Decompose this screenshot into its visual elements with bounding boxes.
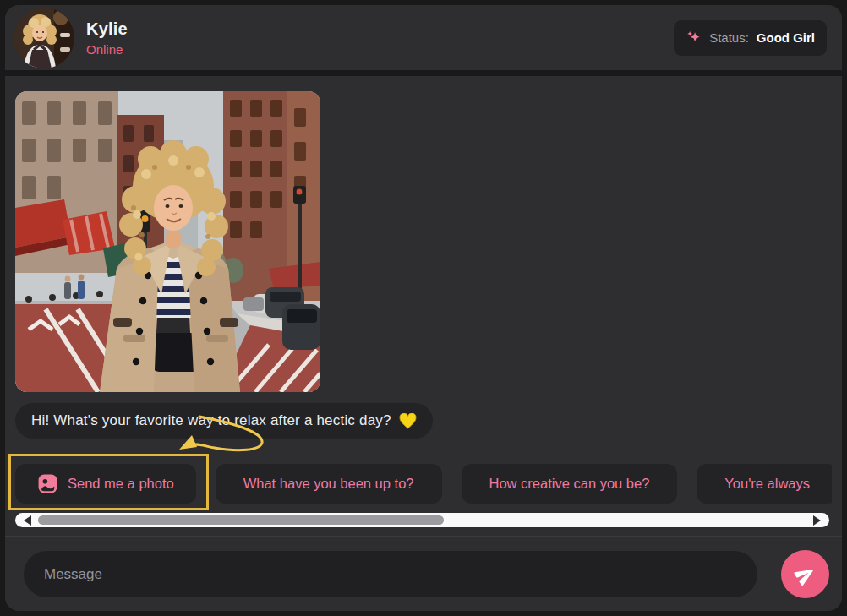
chat-header: Kylie Online Status: Good Girl: [5, 5, 842, 76]
suggestion-chips-row: Send me a photo What have you been up to…: [15, 464, 832, 504]
suggestion-chip-how-creative[interactable]: How creative can you be?: [462, 464, 678, 504]
avatar-illustration: [14, 8, 74, 68]
chips-scrollbar-track[interactable]: [15, 513, 829, 527]
message-bubble: Hi! What's your favorite way to relax af…: [15, 403, 433, 439]
suggestion-chip-label: You're always: [724, 476, 810, 492]
contact-identity: Kylie Online: [86, 19, 128, 57]
chat-photo-illustration: [15, 91, 320, 392]
suggestion-chip-label: Send me a photo: [68, 476, 174, 492]
chips-scrollbar-thumb[interactable]: [38, 515, 444, 525]
status-value: Good Girl: [757, 30, 815, 45]
message-input[interactable]: [24, 551, 757, 597]
sparkles-icon: [686, 30, 702, 46]
avatar[interactable]: [14, 8, 74, 68]
scroll-left-arrow-icon[interactable]: [24, 515, 31, 526]
chat-window: Kylie Online Status: Good Girl: [5, 5, 842, 611]
photo-icon: [37, 473, 58, 494]
paper-plane-icon: [790, 559, 821, 590]
send-button[interactable]: [781, 550, 829, 598]
suggestion-chip-what-have-you[interactable]: What have you been up to?: [216, 464, 442, 504]
composer-divider: [5, 536, 842, 537]
status-label: Status:: [709, 30, 749, 45]
contact-name: Kylie: [86, 19, 128, 39]
status-badge: Status: Good Girl: [674, 20, 827, 56]
yellow-heart-emoji: [399, 413, 417, 429]
suggestion-chip-youre-always[interactable]: You're always: [697, 464, 832, 504]
scroll-right-arrow-icon[interactable]: [813, 515, 821, 526]
suggestion-chip-send-photo[interactable]: Send me a photo: [15, 464, 196, 504]
presence-status: Online: [86, 42, 128, 57]
suggestion-chip-label: What have you been up to?: [243, 476, 414, 492]
photo-message[interactable]: [15, 91, 320, 392]
suggestion-chip-label: How creative can you be?: [489, 476, 650, 492]
message-text: Hi! What's your favorite way to relax af…: [31, 412, 391, 429]
